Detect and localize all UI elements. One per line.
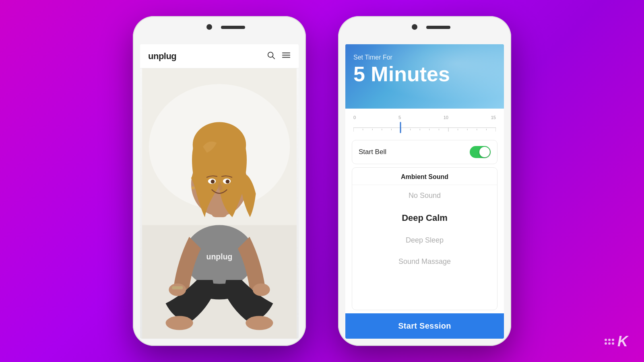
phones-container: unplug <box>133 16 511 346</box>
phone-2-content: Set Timer For 5 Minutes 0 5 10 15 <box>345 44 504 339</box>
ambient-sound-title: Ambient Sound <box>352 168 497 185</box>
sound-option-sound-massage[interactable]: Sound Massage <box>352 251 497 272</box>
slider-track[interactable] <box>353 121 496 134</box>
svg-point-13 <box>253 284 270 296</box>
svg-point-11 <box>246 316 273 330</box>
person-image: unplug <box>140 68 299 339</box>
slider-label-15: 15 <box>491 115 496 120</box>
svg-line-1 <box>272 57 275 59</box>
unplug-logo: unplug <box>148 51 176 62</box>
bell-label: Start Bell <box>359 148 386 156</box>
phone-2-screen: Set Timer For 5 Minutes 0 5 10 15 <box>345 44 504 339</box>
svg-point-20 <box>226 180 230 184</box>
phone-2-speaker <box>426 26 450 29</box>
phone-1: unplug <box>133 16 306 346</box>
svg-point-16 <box>193 122 246 167</box>
slider-label-0: 0 <box>353 115 356 120</box>
start-bell-row: Start Bell <box>352 140 497 164</box>
toggle-knob <box>479 147 490 157</box>
slider-label-10: 10 <box>444 115 448 120</box>
menu-icon[interactable] <box>282 51 291 62</box>
slider-labels: 0 5 10 15 <box>353 115 496 120</box>
start-session-button[interactable]: Start Session <box>345 313 504 339</box>
timer-header: Set Timer For 5 Minutes <box>345 44 504 109</box>
search-icon[interactable] <box>266 51 275 62</box>
svg-rect-22 <box>172 286 183 289</box>
timer-slider-container: 0 5 10 15 <box>345 109 504 137</box>
svg-point-19 <box>211 180 215 184</box>
slider-line <box>353 128 496 128</box>
svg-point-12 <box>169 284 186 296</box>
sound-option-no-sound[interactable]: No Sound <box>352 185 497 206</box>
watermark-letter: K <box>617 333 628 350</box>
slider-thumb[interactable] <box>400 122 401 133</box>
sound-option-deep-calm[interactable]: Deep Calm <box>352 206 497 230</box>
start-bell-toggle[interactable] <box>470 146 491 158</box>
svg-point-10 <box>166 316 193 330</box>
header-icons <box>266 51 291 62</box>
svg-point-23 <box>192 186 195 189</box>
phone-2-camera <box>412 24 417 30</box>
sound-options-list: No Sound Deep Calm Deep Sleep Sound Mass… <box>352 185 497 272</box>
phone-2: Set Timer For 5 Minutes 0 5 10 15 <box>338 16 511 346</box>
timer-value: 5 Minutes <box>353 63 496 86</box>
sound-option-deep-sleep[interactable]: Deep Sleep <box>352 230 497 251</box>
ambient-sound-section: Ambient Sound No Sound Deep Calm Deep Sl… <box>352 167 497 310</box>
slider-label-5: 5 <box>398 115 401 120</box>
phone-1-speaker <box>221 26 245 29</box>
watermark: K <box>605 333 628 350</box>
watermark-dots <box>605 339 614 345</box>
phone-1-screen: unplug <box>140 44 299 339</box>
svg-text:unplug: unplug <box>206 252 233 261</box>
set-timer-label: Set Timer For <box>353 54 496 61</box>
phone-1-camera <box>206 24 212 30</box>
phone-1-top <box>133 16 306 48</box>
phone-2-top <box>338 16 511 48</box>
